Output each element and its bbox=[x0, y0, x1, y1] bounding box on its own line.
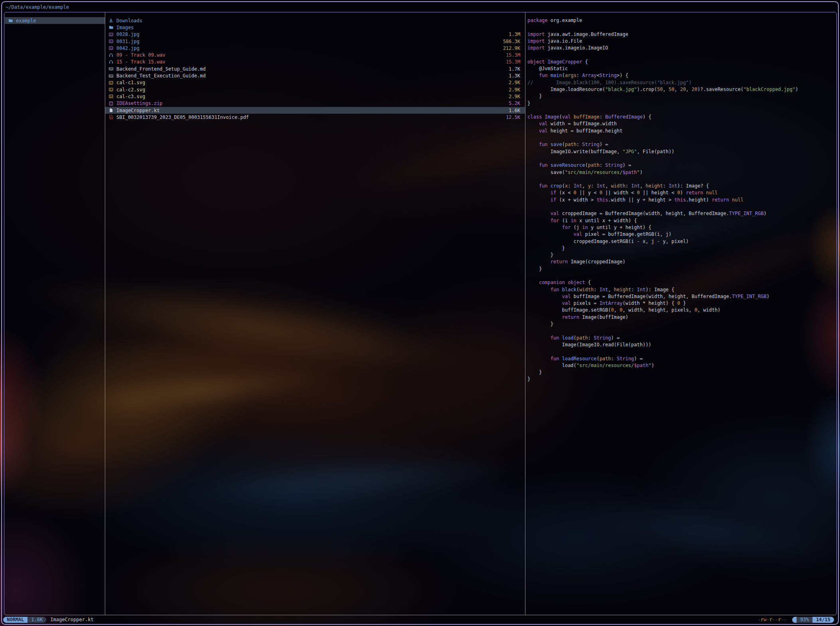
code-line: fun crop(x: Int, y: Int, width: Int, hei… bbox=[527, 183, 835, 190]
file-row[interactable]: Images bbox=[105, 24, 525, 31]
file-list-pane: DownloadsImages0028.jpg1.3M0031.jpg586.3… bbox=[105, 17, 525, 120]
code-line bbox=[527, 328, 835, 334]
code-line: fun save(path: String) = bbox=[527, 141, 835, 148]
code-line: val width = buffImage.width bbox=[527, 120, 835, 127]
code-line: package org.example bbox=[527, 17, 835, 24]
code-line: } bbox=[527, 245, 835, 252]
file-name: 15 - Track 15.wav bbox=[116, 59, 165, 65]
file-row[interactable]: Backend_Frontend_Setup_Guide.md1.7K bbox=[105, 65, 525, 72]
file-row[interactable]: 0028.jpg1.3M bbox=[105, 31, 525, 38]
file-row[interactable]: cal-c2.svg2.9K bbox=[105, 86, 525, 93]
code-line: fun black(width: Int, height: Int): Imag… bbox=[527, 286, 835, 293]
code-line: Image(ImageIO.read(File(path))) bbox=[527, 342, 835, 348]
code-line: } bbox=[527, 93, 835, 100]
file-row[interactable]: cal-c1.svg2.9K bbox=[105, 79, 525, 86]
code-line: val croppedImage = BufferedImage(width, … bbox=[527, 210, 835, 217]
code-line: val buffImage = BufferedImage(width, hei… bbox=[527, 293, 835, 300]
file-size: 586.3K bbox=[503, 39, 520, 44]
headphones-icon bbox=[109, 59, 114, 64]
code-line bbox=[527, 107, 835, 114]
file-name: cal-c1.svg bbox=[116, 80, 145, 85]
file-name: Backend_Frontend_Setup_Guide.md bbox=[116, 66, 206, 72]
file-row[interactable]: Downloads bbox=[105, 17, 525, 24]
file-size: 2.9K bbox=[509, 94, 520, 99]
code-line: } bbox=[527, 266, 835, 273]
terminal-window: ~/Data/example/example example Downloads… bbox=[1, 1, 839, 625]
list-position: 14/15 bbox=[812, 617, 834, 623]
position-pill: 93% 14/15 bbox=[792, 617, 834, 623]
markdown-icon bbox=[109, 73, 114, 78]
file-row[interactable]: example bbox=[5, 17, 105, 24]
image-icon bbox=[109, 46, 114, 51]
file-row[interactable]: 09 - Track 09.wav15.3M bbox=[105, 51, 525, 58]
status-bar: NORMAL 1.6K ImageCropper.kt -rw-r--r-- 9… bbox=[3, 616, 837, 624]
code-line bbox=[527, 273, 835, 279]
file-size: 5.2K bbox=[509, 101, 520, 106]
code-line: fun loadResource(path: String) = bbox=[527, 355, 835, 362]
file-row[interactable]: 0042.jpg212.9K bbox=[105, 45, 525, 51]
file-row[interactable]: 0031.jpg586.3K bbox=[105, 38, 525, 45]
code-line: import java.awt.image.BufferedImage bbox=[527, 31, 835, 38]
file-name: cal-c2.svg bbox=[116, 87, 145, 93]
code-line: load("src/main/resources/$path") bbox=[527, 362, 835, 369]
file-size: 2.9K bbox=[509, 87, 520, 93]
preview-pane: package org.example import java.awt.imag… bbox=[527, 17, 835, 383]
code-line bbox=[527, 24, 835, 31]
code-line bbox=[527, 51, 835, 58]
code-line bbox=[527, 155, 835, 162]
file-row[interactable]: cal-c3.svg2.9K bbox=[105, 93, 525, 100]
code-line: Image.loadResource("black.jpg").crop(50,… bbox=[527, 86, 835, 93]
folder-icon bbox=[109, 25, 114, 30]
code-line: if (x + width > this.width || y + height… bbox=[527, 197, 835, 203]
file-row[interactable]: 15 - Track 15.wav15.3M bbox=[105, 59, 525, 65]
code-line: @JvmStatic bbox=[527, 65, 835, 72]
code-line bbox=[527, 203, 835, 210]
status-filename: ImageCropper.kt bbox=[50, 617, 93, 622]
file-size: 2.9K bbox=[509, 80, 520, 85]
file-row[interactable]: Backend_Test_Execution_Guide.md1.3K bbox=[105, 72, 525, 79]
file-row[interactable]: ImageCropper.kt1.6K bbox=[105, 107, 525, 114]
file-name: 0042.jpg bbox=[116, 45, 140, 51]
code-line: } bbox=[527, 376, 835, 383]
file-name: 0031.jpg bbox=[116, 39, 140, 44]
file-size: 212.9K bbox=[503, 45, 520, 51]
file-name: cal-c3.svg bbox=[116, 94, 145, 99]
selected-file-size: 1.6K bbox=[28, 617, 46, 623]
code-line: for (j in y until y + height) { bbox=[527, 224, 835, 231]
scroll-percent: 93% bbox=[797, 617, 812, 623]
file-name: Downloads bbox=[116, 18, 142, 24]
code-line: for (i in x until x + width) { bbox=[527, 217, 835, 224]
mode-badge: NORMAL bbox=[3, 617, 28, 623]
file-size: 12.5K bbox=[506, 115, 520, 120]
file-row[interactable]: SBI_0032013739_2023_DE05_0003155631Invoi… bbox=[105, 114, 525, 120]
code-line: buffImage.setRGB(0, 0, width, height, pi… bbox=[527, 307, 835, 314]
file-size: 1.7K bbox=[509, 66, 520, 72]
archive-icon bbox=[109, 101, 114, 106]
image-icon bbox=[109, 39, 114, 44]
code-line: object ImageCropper { bbox=[527, 59, 835, 65]
file-permissions: -rw-r--r-- bbox=[758, 617, 787, 622]
code-line: val pixel = buffImage.getRGB(i, j) bbox=[527, 231, 835, 238]
yazi-panes: example DownloadsImages0028.jpg1.3M0031.… bbox=[4, 12, 837, 615]
mode-pill: NORMAL 1.6K bbox=[3, 617, 46, 623]
code-line: val pixels = IntArray(width * height) { … bbox=[527, 300, 835, 307]
pdf-icon bbox=[109, 115, 114, 120]
code-line: return Image(buffImage) bbox=[527, 314, 835, 321]
image-icon bbox=[109, 94, 114, 99]
code-line: } bbox=[527, 100, 835, 107]
code-line: } bbox=[527, 252, 835, 259]
code-line: ImageIO.write(buffImage, "JPG", File(pat… bbox=[527, 148, 835, 155]
file-row[interactable]: IDEAsettings.zip5.2K bbox=[105, 100, 525, 107]
file-name: example bbox=[16, 18, 36, 24]
download-icon bbox=[109, 18, 114, 23]
image-icon bbox=[109, 80, 114, 85]
folder-icon bbox=[8, 18, 14, 23]
code-line bbox=[527, 348, 835, 355]
code-line: } bbox=[527, 369, 835, 376]
headphones-icon bbox=[109, 53, 114, 57]
file-name: SBI_0032013739_2023_DE05_0003155631Invoi… bbox=[116, 115, 249, 120]
file-size: 15.3M bbox=[506, 52, 520, 58]
code-line: import java.io.File bbox=[527, 38, 835, 45]
code-line: fun main(args: Array<String>) { bbox=[527, 72, 835, 79]
file-size: 1.3M bbox=[509, 32, 520, 37]
